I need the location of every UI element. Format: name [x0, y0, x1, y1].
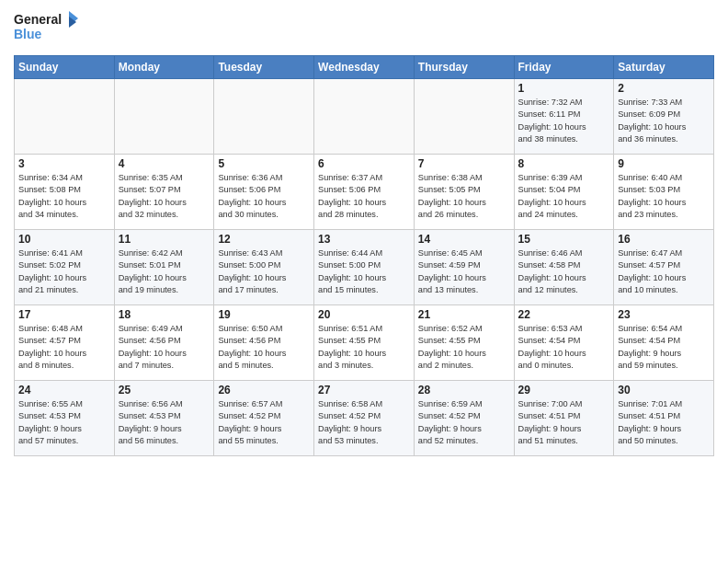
day-number: 21	[418, 308, 510, 321]
cell-info: Sunrise: 6:37 AM Sunset: 5:06 PM Dayligh…	[318, 172, 410, 221]
calendar-cell: 24Sunrise: 6:55 AM Sunset: 4:53 PM Dayli…	[15, 381, 115, 456]
day-number: 26	[218, 384, 310, 396]
calendar-cell: 30Sunrise: 7:01 AM Sunset: 4:51 PM Dayli…	[614, 381, 714, 456]
cell-info: Sunrise: 7:01 AM Sunset: 4:51 PM Dayligh…	[618, 398, 710, 447]
cell-info: Sunrise: 6:54 AM Sunset: 4:54 PM Dayligh…	[618, 323, 710, 372]
col-header-thursday: Thursday	[414, 56, 514, 79]
col-header-saturday: Saturday	[614, 56, 714, 79]
week-row-1: 1Sunrise: 7:32 AM Sunset: 6:11 PM Daylig…	[15, 79, 714, 155]
calendar-cell: 26Sunrise: 6:57 AM Sunset: 4:52 PM Dayli…	[214, 381, 314, 456]
calendar-cell: 1Sunrise: 7:32 AM Sunset: 6:11 PM Daylig…	[514, 79, 614, 155]
calendar-cell: 5Sunrise: 6:36 AM Sunset: 5:06 PM Daylig…	[214, 155, 314, 230]
cell-info: Sunrise: 7:32 AM Sunset: 6:11 PM Dayligh…	[518, 97, 610, 145]
cell-info: Sunrise: 6:36 AM Sunset: 5:06 PM Dayligh…	[218, 172, 310, 221]
day-number: 28	[418, 384, 510, 396]
calendar-cell: 11Sunrise: 6:42 AM Sunset: 5:01 PM Dayli…	[114, 230, 214, 305]
cell-info: Sunrise: 7:00 AM Sunset: 4:51 PM Dayligh…	[518, 398, 610, 447]
logo: General Blue	[14, 9, 78, 48]
day-number: 22	[518, 308, 610, 321]
cell-info: Sunrise: 6:34 AM Sunset: 5:08 PM Dayligh…	[18, 172, 110, 221]
calendar-cell: 6Sunrise: 6:37 AM Sunset: 5:06 PM Daylig…	[314, 155, 415, 230]
page: General Blue SundayMondayTuesdayWednesda…	[0, 0, 728, 461]
day-number: 4	[119, 157, 210, 170]
day-number: 3	[18, 157, 110, 170]
svg-text:General: General	[14, 12, 62, 27]
calendar-cell: 20Sunrise: 6:51 AM Sunset: 4:55 PM Dayli…	[314, 305, 415, 381]
day-number: 9	[618, 157, 710, 170]
cell-info: Sunrise: 6:43 AM Sunset: 5:00 PM Dayligh…	[218, 247, 310, 296]
calendar-cell: 9Sunrise: 6:40 AM Sunset: 5:03 PM Daylig…	[614, 155, 714, 230]
calendar-cell: 12Sunrise: 6:43 AM Sunset: 5:00 PM Dayli…	[214, 230, 314, 305]
cell-info: Sunrise: 6:38 AM Sunset: 5:05 PM Dayligh…	[418, 172, 510, 221]
day-number: 27	[318, 384, 410, 396]
calendar-cell: 10Sunrise: 6:41 AM Sunset: 5:02 PM Dayli…	[15, 230, 115, 305]
calendar-cell: 27Sunrise: 6:58 AM Sunset: 4:52 PM Dayli…	[314, 381, 415, 456]
calendar-cell: 23Sunrise: 6:54 AM Sunset: 4:54 PM Dayli…	[614, 305, 714, 381]
cell-info: Sunrise: 6:59 AM Sunset: 4:52 PM Dayligh…	[418, 398, 510, 447]
day-number: 10	[18, 233, 110, 246]
day-number: 15	[518, 233, 610, 246]
cell-info: Sunrise: 6:58 AM Sunset: 4:52 PM Dayligh…	[318, 398, 410, 447]
week-row-5: 24Sunrise: 6:55 AM Sunset: 4:53 PM Dayli…	[15, 381, 714, 456]
week-row-2: 3Sunrise: 6:34 AM Sunset: 5:08 PM Daylig…	[15, 155, 714, 230]
day-number: 24	[18, 384, 110, 396]
day-number: 2	[618, 82, 710, 95]
calendar-cell: 18Sunrise: 6:49 AM Sunset: 4:56 PM Dayli…	[114, 305, 214, 381]
day-number: 23	[618, 308, 710, 321]
day-number: 8	[518, 157, 610, 170]
day-number: 17	[18, 308, 110, 321]
col-header-sunday: Sunday	[15, 56, 115, 79]
cell-info: Sunrise: 6:57 AM Sunset: 4:52 PM Dayligh…	[218, 398, 310, 447]
calendar-cell: 7Sunrise: 6:38 AM Sunset: 5:05 PM Daylig…	[414, 155, 514, 230]
cell-info: Sunrise: 6:45 AM Sunset: 4:59 PM Dayligh…	[418, 247, 510, 296]
week-row-4: 17Sunrise: 6:48 AM Sunset: 4:57 PM Dayli…	[15, 305, 714, 381]
calendar-cell: 13Sunrise: 6:44 AM Sunset: 5:00 PM Dayli…	[314, 230, 415, 305]
day-number: 1	[518, 82, 610, 95]
cell-info: Sunrise: 7:33 AM Sunset: 6:09 PM Dayligh…	[618, 97, 710, 145]
day-number: 19	[218, 308, 310, 321]
col-header-tuesday: Tuesday	[214, 56, 314, 79]
cell-info: Sunrise: 6:44 AM Sunset: 5:00 PM Dayligh…	[318, 247, 410, 296]
day-number: 14	[418, 233, 510, 246]
cell-info: Sunrise: 6:49 AM Sunset: 4:56 PM Dayligh…	[119, 323, 210, 372]
calendar-cell: 14Sunrise: 6:45 AM Sunset: 4:59 PM Dayli…	[414, 230, 514, 305]
day-number: 6	[318, 157, 410, 170]
svg-text:Blue: Blue	[14, 27, 42, 41]
calendar-cell: 2Sunrise: 7:33 AM Sunset: 6:09 PM Daylig…	[614, 79, 714, 155]
day-number: 25	[119, 384, 210, 396]
day-number: 29	[518, 384, 610, 396]
day-number: 5	[218, 157, 310, 170]
cell-info: Sunrise: 6:53 AM Sunset: 4:54 PM Dayligh…	[518, 323, 610, 372]
calendar-cell: 22Sunrise: 6:53 AM Sunset: 4:54 PM Dayli…	[514, 305, 614, 381]
calendar-cell	[414, 79, 514, 155]
cell-info: Sunrise: 6:42 AM Sunset: 5:01 PM Dayligh…	[119, 247, 210, 296]
cell-info: Sunrise: 6:35 AM Sunset: 5:07 PM Dayligh…	[119, 172, 210, 221]
day-number: 18	[119, 308, 210, 321]
calendar-cell: 15Sunrise: 6:46 AM Sunset: 4:58 PM Dayli…	[514, 230, 614, 305]
day-number: 11	[119, 233, 210, 246]
calendar-cell: 25Sunrise: 6:56 AM Sunset: 4:53 PM Dayli…	[114, 381, 214, 456]
day-number: 7	[418, 157, 510, 170]
calendar-cell: 8Sunrise: 6:39 AM Sunset: 5:04 PM Daylig…	[514, 155, 614, 230]
cell-info: Sunrise: 6:52 AM Sunset: 4:55 PM Dayligh…	[418, 323, 510, 372]
cell-info: Sunrise: 6:55 AM Sunset: 4:53 PM Dayligh…	[18, 398, 110, 447]
calendar-cell: 29Sunrise: 7:00 AM Sunset: 4:51 PM Dayli…	[514, 381, 614, 456]
day-number: 30	[618, 384, 710, 396]
cell-info: Sunrise: 6:41 AM Sunset: 5:02 PM Dayligh…	[18, 247, 110, 296]
cell-info: Sunrise: 6:51 AM Sunset: 4:55 PM Dayligh…	[318, 323, 410, 372]
calendar-cell: 19Sunrise: 6:50 AM Sunset: 4:56 PM Dayli…	[214, 305, 314, 381]
cell-info: Sunrise: 6:40 AM Sunset: 5:03 PM Dayligh…	[618, 172, 710, 221]
day-number: 16	[618, 233, 710, 246]
col-header-wednesday: Wednesday	[314, 56, 415, 79]
col-header-monday: Monday	[114, 56, 214, 79]
cell-info: Sunrise: 6:50 AM Sunset: 4:56 PM Dayligh…	[218, 323, 310, 372]
calendar-cell: 21Sunrise: 6:52 AM Sunset: 4:55 PM Dayli…	[414, 305, 514, 381]
cell-info: Sunrise: 6:46 AM Sunset: 4:58 PM Dayligh…	[518, 247, 610, 296]
calendar-table: SundayMondayTuesdayWednesdayThursdayFrid…	[14, 55, 714, 456]
day-number: 12	[218, 233, 310, 246]
cell-info: Sunrise: 6:47 AM Sunset: 4:57 PM Dayligh…	[618, 247, 710, 296]
logo-svg: General Blue	[14, 9, 78, 48]
calendar-cell	[314, 79, 415, 155]
calendar-cell: 17Sunrise: 6:48 AM Sunset: 4:57 PM Dayli…	[15, 305, 115, 381]
calendar-cell	[114, 79, 214, 155]
